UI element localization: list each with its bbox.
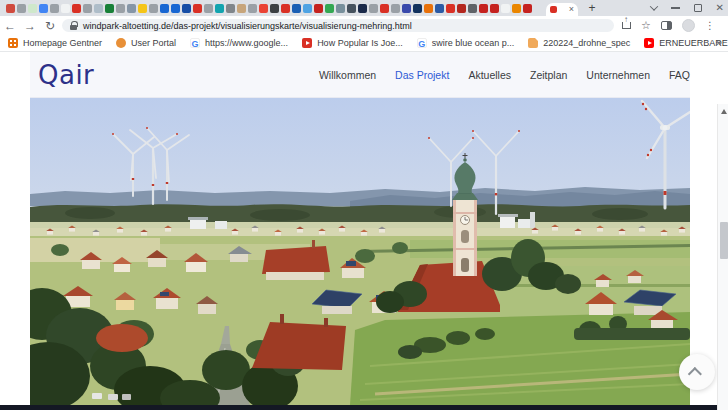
active-tab[interactable]: × [546,3,578,16]
pinned-tab[interactable] [193,4,202,13]
window-close-button[interactable]: ✕ [716,0,724,16]
page-scrollbar[interactable] [717,104,728,410]
bookmark-label: https://www.google... [205,38,288,48]
pinned-tab[interactable] [28,4,37,13]
nav-item-willkommen[interactable]: Willkommen [319,69,376,81]
carousel-prev-button[interactable] [0,251,13,277]
chevron-up-icon [688,367,702,381]
address-bar[interactable]: windpark-altoetting.de/das-projekt/visua… [62,19,614,32]
pinned-tab[interactable] [171,4,180,13]
taskbar-edge [0,405,728,410]
pinned-tab[interactable] [413,4,422,13]
pinned-tab[interactable] [391,4,400,13]
nav-item-unternehmen[interactable]: Unternehmen [586,69,650,81]
pinned-tab[interactable] [435,4,444,13]
pinned-tab[interactable] [72,4,81,13]
pinned-tab[interactable] [457,4,466,13]
pinned-tab[interactable] [17,4,26,13]
pinned-tab[interactable] [226,4,235,13]
pinned-tab[interactable] [182,4,191,13]
tab-search-icon[interactable] [649,2,657,10]
pinned-tab[interactable] [303,4,312,13]
pinned-tab[interactable] [149,4,158,13]
pinned-tab[interactable] [138,4,147,13]
forward-icon[interactable]: → [20,19,40,33]
nav-item-faq[interactable]: FAQ [669,69,690,81]
google-icon: G [190,38,200,48]
new-tab-button[interactable]: + [585,1,599,15]
pinned-tab[interactable] [523,4,532,13]
pinned-tab[interactable] [501,4,510,13]
nav-item-das-projekt[interactable]: Das Projekt [395,69,449,81]
side-panel-icon[interactable] [661,21,672,30]
youtube-icon [302,38,312,48]
reload-icon[interactable]: ↻ [40,19,60,33]
bookmark-item[interactable]: Ghttps://www.google... [190,38,288,48]
pinned-tab[interactable] [259,4,268,13]
pinned-tab[interactable] [39,4,48,13]
bookmark-item[interactable]: Homepage Gentner [8,38,102,48]
pinned-tab[interactable] [479,4,488,13]
pinned-tab[interactable] [358,4,367,13]
bookmark-label: How Popular Is Joe... [317,38,403,48]
pinned-tab[interactable] [347,4,356,13]
pinned-tab[interactable] [116,4,125,13]
play-arrow-icon [0,260,5,268]
bookmark-item[interactable]: Gswire blue ocean p... [417,38,515,48]
bookmark-label: 220224_drohne_spec [543,38,630,48]
pinned-tab[interactable] [50,4,59,13]
pinned-tab[interactable] [369,4,378,13]
menu-icon[interactable]: ⋮ [705,20,715,31]
meadow [350,312,690,405]
browser-window: × + ✕ ← → ↻ windpark-altoetting.de/das-p… [0,0,728,410]
bookmark-item[interactable]: 220224_drohne_spec [528,38,630,48]
pinned-tab[interactable] [248,4,257,13]
globe-icon [116,38,126,48]
pinned-tab[interactable] [336,4,345,13]
pinned-tab[interactable] [83,4,92,13]
pinned-tab[interactable] [270,4,279,13]
visualization-photo [30,98,690,405]
site-logo[interactable]: Qair [38,60,94,90]
pinned-tab[interactable] [94,4,103,13]
share-icon[interactable] [622,22,631,29]
pinned-tab[interactable] [204,4,213,13]
pinned-tab[interactable] [237,4,246,13]
pinned-tab[interactable] [105,4,114,13]
pinned-tab[interactable] [446,4,455,13]
pinned-tab[interactable] [160,4,169,13]
scroll-to-top-button[interactable] [679,354,715,390]
browser-toolbar: ← → ↻ windpark-altoetting.de/das-projekt… [0,16,728,35]
minimize-button[interactable] [671,7,680,9]
pinned-tab[interactable] [402,4,411,13]
pinned-tab[interactable] [424,4,433,13]
profile-avatar[interactable] [682,19,695,32]
nav-item-zeitplan[interactable]: Zeitplan [530,69,567,81]
pinned-tab[interactable] [468,4,477,13]
google-icon: G [417,38,427,48]
pinned-tab[interactable] [215,4,224,13]
bookmarks-overflow-icon[interactable]: » [716,36,722,48]
pinned-tab[interactable] [380,4,389,13]
scrollbar-up-icon[interactable] [721,109,727,114]
pinned-tab[interactable] [490,4,499,13]
nav-item-aktuelles[interactable]: Aktuelles [468,69,511,81]
pinned-tab[interactable] [61,4,70,13]
url-text: windpark-altoetting.de/das-projekt/visua… [83,21,412,31]
scrollbar-thumb[interactable] [720,222,728,259]
file-icon [528,38,538,48]
pinned-tab[interactable] [292,4,301,13]
pinned-tab[interactable] [127,4,136,13]
pinned-tabs [0,4,532,13]
pinned-tab[interactable] [314,4,323,13]
pinned-tab[interactable] [512,4,521,13]
back-icon[interactable]: ← [0,19,20,33]
bookmark-star-icon[interactable]: ☆ [641,20,651,31]
tab-close-icon[interactable]: × [569,5,574,14]
bookmark-item[interactable]: User Portal [116,38,176,48]
pinned-tab[interactable] [325,4,334,13]
maximize-button[interactable] [694,4,702,12]
pinned-tab[interactable] [281,4,290,13]
pinned-tab[interactable] [6,4,15,13]
bookmark-item[interactable]: How Popular Is Joe... [302,38,403,48]
